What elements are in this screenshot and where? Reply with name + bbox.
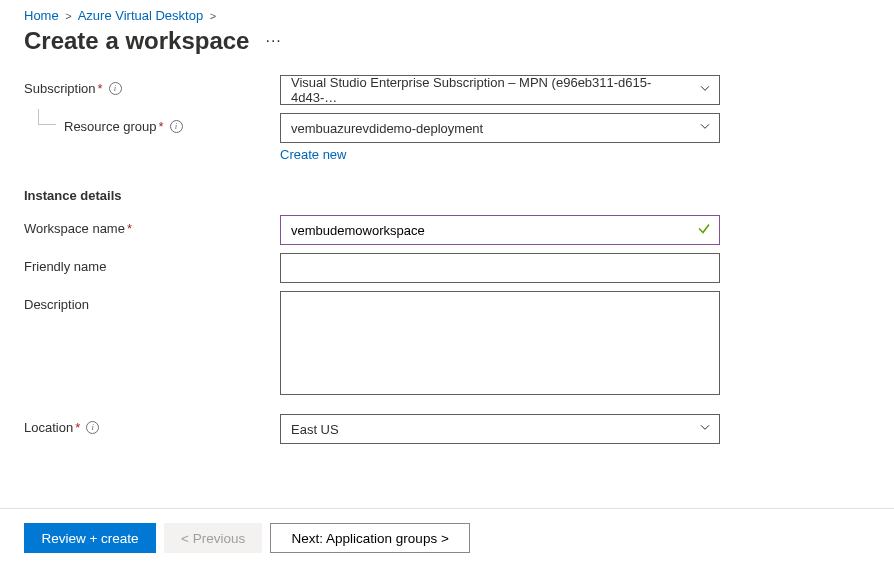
breadcrumb-home[interactable]: Home — [24, 8, 59, 23]
required-asterisk: * — [96, 81, 103, 96]
resource-group-select[interactable]: vembuazurevdidemo-deployment — [280, 113, 720, 143]
checkmark-icon — [697, 222, 711, 239]
required-asterisk: * — [125, 221, 132, 236]
location-value: East US — [291, 422, 339, 437]
row-location: Location * i East US — [24, 414, 894, 444]
tree-elbow-icon — [38, 109, 56, 125]
breadcrumb-avd[interactable]: Azure Virtual Desktop — [78, 8, 204, 23]
chevron-down-icon — [699, 120, 711, 134]
workspace-name-input-wrap — [280, 215, 720, 245]
subscription-select[interactable]: Visual Studio Enterprise Subscription – … — [280, 75, 720, 105]
info-icon[interactable]: i — [109, 82, 122, 95]
label-resource-group: Resource group * i — [24, 113, 280, 134]
row-subscription: Subscription * i Visual Studio Enterpris… — [24, 75, 894, 105]
label-subscription-text: Subscription — [24, 81, 96, 96]
row-resource-group: Resource group * i vembuazurevdidemo-dep… — [24, 113, 894, 168]
location-select[interactable]: East US — [280, 414, 720, 444]
review-create-button[interactable]: Review + create — [24, 523, 156, 553]
label-workspace-name: Workspace name * — [24, 215, 280, 236]
friendly-name-input[interactable] — [291, 261, 689, 276]
label-location: Location * i — [24, 414, 280, 435]
description-textarea[interactable] — [280, 291, 720, 395]
row-description: Description — [24, 291, 894, 398]
footer-bar: Review + create < Previous Next: Applica… — [0, 508, 894, 567]
page-root: Home > Azure Virtual Desktop > Create a … — [0, 0, 894, 567]
label-resource-group-text: Resource group — [64, 119, 157, 134]
breadcrumb: Home > Azure Virtual Desktop > — [24, 0, 894, 23]
row-friendly-name: Friendly name — [24, 253, 894, 283]
subscription-value: Visual Studio Enterprise Subscription – … — [291, 75, 689, 105]
section-instance-details: Instance details — [24, 188, 894, 203]
label-description: Description — [24, 291, 280, 312]
required-asterisk: * — [157, 119, 164, 134]
next-button[interactable]: Next: Application groups > — [270, 523, 470, 553]
resource-group-value: vembuazurevdidemo-deployment — [291, 121, 483, 136]
label-friendly-name-text: Friendly name — [24, 259, 106, 274]
info-icon[interactable]: i — [86, 421, 99, 434]
info-icon[interactable]: i — [170, 120, 183, 133]
page-title-row: Create a workspace ··· — [24, 27, 894, 55]
chevron-down-icon — [699, 82, 711, 96]
label-workspace-name-text: Workspace name — [24, 221, 125, 236]
row-workspace-name: Workspace name * — [24, 215, 894, 245]
more-actions-icon[interactable]: ··· — [265, 33, 281, 49]
label-description-text: Description — [24, 297, 89, 312]
page-title: Create a workspace — [24, 27, 249, 55]
create-new-link[interactable]: Create new — [280, 147, 346, 162]
label-subscription: Subscription * i — [24, 75, 280, 96]
friendly-name-input-wrap — [280, 253, 720, 283]
previous-button: < Previous — [164, 523, 262, 553]
chevron-down-icon — [699, 421, 711, 435]
required-asterisk: * — [73, 420, 80, 435]
label-friendly-name: Friendly name — [24, 253, 280, 274]
workspace-name-input[interactable] — [291, 223, 689, 238]
label-location-text: Location — [24, 420, 73, 435]
chevron-right-icon: > — [62, 10, 74, 22]
chevron-right-icon: > — [207, 10, 219, 22]
